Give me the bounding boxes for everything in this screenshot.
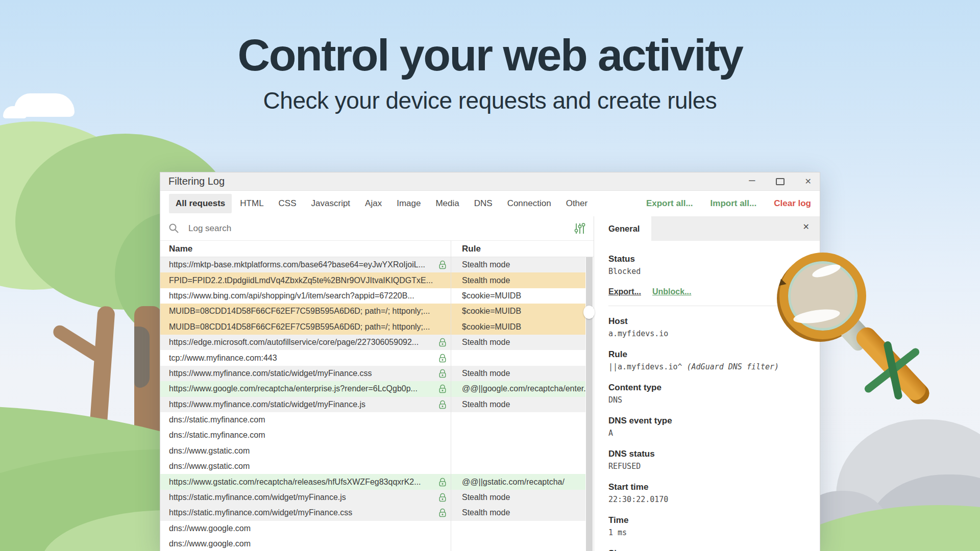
page-subtitle: Check your device requests and create ru… xyxy=(0,87,980,114)
hero-section: Control your web activity Check your dev… xyxy=(0,32,980,114)
minimize-icon[interactable]: – xyxy=(749,174,755,186)
request-url: https://www.myfinance.com/static/widget/… xyxy=(169,400,438,409)
request-url: https://www.bing.com/api/shopping/v1/ite… xyxy=(169,291,447,300)
lock-icon xyxy=(438,337,447,347)
request-rule-cell: Stealth mode xyxy=(451,338,585,347)
request-url: https://www.google.com/recaptcha/enterpr… xyxy=(169,384,438,393)
column-header-rule[interactable]: Rule xyxy=(451,244,481,254)
request-name-cell: tcp://www.myfinance.com:443 xyxy=(160,353,451,363)
close-icon[interactable]: ✕ xyxy=(805,178,812,186)
lock-icon xyxy=(438,260,447,270)
detail-label: DNS event type xyxy=(608,416,805,426)
detail-label: Content type xyxy=(608,383,805,393)
tab-html[interactable]: HTML xyxy=(233,194,270,213)
detail-value: 22:30:22.0170 xyxy=(608,495,805,504)
maximize-icon[interactable] xyxy=(776,178,785,185)
request-url: dns://static.myfinance.com xyxy=(169,431,447,440)
detail-field-start-time: Start time22:30:22.0170 xyxy=(608,482,805,504)
table-row[interactable]: https://static.myfinance.com/widget/myFi… xyxy=(160,505,585,520)
page-title: Control your web activity xyxy=(0,32,980,79)
table-row[interactable]: dns://www.gstatic.com xyxy=(160,459,585,474)
table-row[interactable]: https://www.myfinance.com/static/widget/… xyxy=(160,366,585,381)
request-name-cell: https://static.myfinance.com/widget/myFi… xyxy=(160,492,451,503)
table-row[interactable]: MUIDB=08CDD14D58F66CF62EF7C59B595A6D6D; … xyxy=(160,319,585,335)
detail-field-time: Time1 ms xyxy=(608,515,805,537)
request-name-cell: dns://static.myfinance.com xyxy=(160,431,451,440)
table-row[interactable]: https://www.google.com/recaptcha/enterpr… xyxy=(160,381,585,396)
log-search-input[interactable]: Log search xyxy=(160,216,594,241)
filter-settings-button[interactable] xyxy=(574,222,585,235)
request-url: https://mktp-base.mktplatforms.com/base6… xyxy=(169,260,438,269)
table-row[interactable]: https://www.gstatic.com/recaptcha/releas… xyxy=(160,474,585,489)
lock-icon xyxy=(438,399,447,410)
detail-value: 1 ms xyxy=(608,528,805,537)
detail-field-host: Hosta.myfidevs.io xyxy=(608,316,805,338)
tab-javascript[interactable]: Javascript xyxy=(305,194,357,213)
detail-value: A xyxy=(608,429,805,438)
table-row[interactable]: https://edge.microsoft.com/autofillservi… xyxy=(160,335,585,350)
detail-field-rule: Rule||a.myfidevs.io^ (AdGuard DNS filter… xyxy=(608,349,805,371)
detail-field-size: Size xyxy=(608,548,805,551)
request-name-cell: https://static.myfinance.com/widget/myFi… xyxy=(160,508,451,518)
table-row[interactable]: dns://static.myfinance.com xyxy=(160,428,585,443)
column-header-name[interactable]: Name xyxy=(160,244,451,254)
export-link[interactable]: Export... xyxy=(608,287,641,296)
tab-ajax[interactable]: Ajax xyxy=(358,194,388,213)
details-tabstrip: General ✕ xyxy=(594,216,820,241)
request-url: FPID=FPID2.2.tDpdgiidLmdVq4ZbxkZq5te%2BN… xyxy=(169,276,447,285)
detail-label: Size xyxy=(608,548,805,551)
unblock-link[interactable]: Unblock... xyxy=(652,287,691,296)
detail-value: a.myfidevs.io xyxy=(608,329,805,338)
export-all-button[interactable]: Export all... xyxy=(646,198,693,209)
table-row[interactable]: dns://www.google.com xyxy=(160,521,585,536)
detail-label: Rule xyxy=(608,349,805,360)
table-row[interactable]: MUIDB=08CDD14D58F66CF62EF7C59B595A6D6D; … xyxy=(160,304,585,319)
table-row[interactable]: dns://static.myfinance.com xyxy=(160,412,585,428)
table-row[interactable]: tcp://www.myfinance.com:443 xyxy=(160,350,585,365)
tab-image[interactable]: Image xyxy=(390,194,427,213)
window-titlebar: Filtering Log – ✕ xyxy=(160,172,820,191)
table-row[interactable]: https://www.bing.com/api/shopping/v1/ite… xyxy=(160,288,585,304)
request-name-cell: FPID=FPID2.2.tDpdgiidLmdVq4ZbxkZq5te%2BN… xyxy=(160,276,451,285)
request-name-cell: dns://www.google.com xyxy=(160,524,451,533)
tab-connection[interactable]: Connection xyxy=(501,194,558,213)
request-rule-cell: @@||google.com/recaptcha/enter... xyxy=(451,384,585,393)
detail-label: Status xyxy=(608,254,805,264)
request-rule-cell: $cookie=MUIDB xyxy=(451,322,585,332)
request-name-cell: MUIDB=08CDD14D58F66CF62EF7C59B595A6D6D; … xyxy=(160,322,451,332)
request-url: dns://www.google.com xyxy=(169,524,447,533)
tab-dns[interactable]: DNS xyxy=(468,194,499,213)
detail-value: ||a.myfidevs.io^ (AdGuard DNS filter) xyxy=(608,362,805,371)
table-header: Name Rule xyxy=(160,241,594,257)
clear-log-button[interactable]: Clear log xyxy=(774,198,811,209)
request-url: https://www.gstatic.com/recaptcha/releas… xyxy=(169,478,438,487)
window-controls: – ✕ xyxy=(749,178,812,186)
table-row[interactable]: https://www.myfinance.com/static/widget/… xyxy=(160,397,585,412)
table-row[interactable]: https://mktp-base.mktplatforms.com/base6… xyxy=(160,257,585,272)
detail-field-status: Status Blocked xyxy=(608,254,805,276)
import-all-button[interactable]: Import all... xyxy=(710,198,757,209)
tab-css[interactable]: CSS xyxy=(272,194,303,213)
request-list-pane: Log search Name Rule xyxy=(160,216,594,551)
tab-other[interactable]: Other xyxy=(559,194,595,213)
table-row[interactable]: dns://www.gstatic.com xyxy=(160,443,585,459)
lock-icon xyxy=(438,508,447,518)
detail-value: DNS xyxy=(608,395,805,405)
tab-all-requests[interactable]: All requests xyxy=(169,194,232,213)
detail-value: Blocked xyxy=(608,267,805,276)
table-row[interactable]: https://static.myfinance.com/widget/myFi… xyxy=(160,490,585,505)
table-row[interactable]: dns://www.google.com xyxy=(160,536,585,551)
tab-general[interactable]: General xyxy=(594,216,651,241)
details-close-icon[interactable]: ✕ xyxy=(803,223,810,231)
tab-media[interactable]: Media xyxy=(429,194,465,213)
lock-icon xyxy=(438,368,447,379)
filter-tabs: All requestsHTMLCSSJavascriptAjaxImageMe… xyxy=(169,194,596,213)
sliders-icon xyxy=(574,222,585,235)
scrollbar-thumb[interactable] xyxy=(583,306,595,319)
request-name-cell: dns://static.myfinance.com xyxy=(160,415,451,424)
request-url: dns://www.gstatic.com xyxy=(169,446,447,456)
request-name-cell: https://edge.microsoft.com/autofillservi… xyxy=(160,337,451,347)
scrollbar-track[interactable] xyxy=(586,257,593,551)
request-name-cell: https://www.myfinance.com/static/widget/… xyxy=(160,368,451,379)
table-row[interactable]: FPID=FPID2.2.tDpdgiidLmdVq4ZbxkZq5te%2BN… xyxy=(160,272,585,288)
